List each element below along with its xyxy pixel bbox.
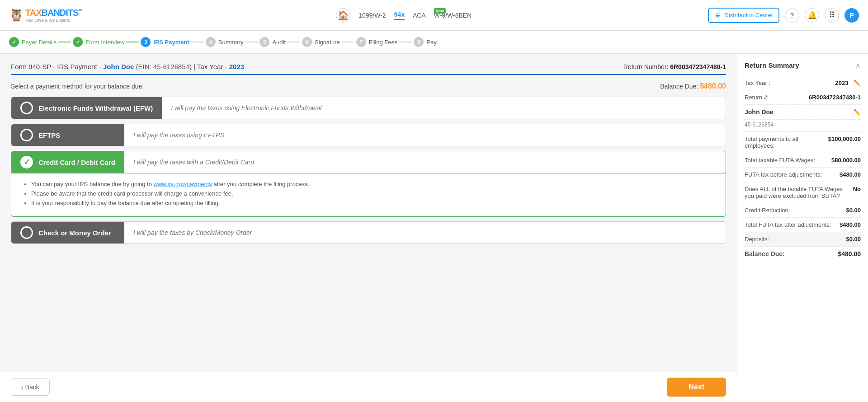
sidebar-credit-reduction-label: Credit Reduction: bbox=[745, 207, 846, 214]
grid-menu-button[interactable]: ⠿ bbox=[825, 8, 839, 23]
sidebar-tax-year-label: Tax Year : bbox=[745, 79, 835, 86]
help-button[interactable]: ? bbox=[785, 8, 799, 23]
check-icon: ✓ bbox=[24, 157, 30, 167]
eftps-label: EFTPS bbox=[38, 131, 60, 139]
credit-card-note-1: You can pay your IRS balance due by goin… bbox=[31, 181, 715, 187]
payment-option-efw-right: I will pay the taxes using Electronic Fu… bbox=[162, 97, 726, 119]
tax-year-label-text: Tax Year - bbox=[197, 63, 227, 70]
edit-taxpayer-icon[interactable]: ✏️ bbox=[854, 109, 861, 116]
logo: 🦉 TAXBANDITS™ Your 1099 & W2 Experts bbox=[9, 8, 99, 23]
sidebar-total-payments-label: Total payments to all employees: bbox=[745, 136, 828, 149]
sidebar-collapse-button[interactable]: ∧ bbox=[855, 61, 861, 70]
step-filing-fees-label: Filing Fees bbox=[369, 39, 398, 46]
sidebar-deposits-value: $0.00 bbox=[846, 236, 861, 243]
step-filing-fees[interactable]: 7 Filing Fees bbox=[356, 37, 398, 47]
efw-description: I will pay the taxes using Electronic Fu… bbox=[171, 104, 321, 112]
taxpayer-name: John Doe bbox=[103, 63, 134, 70]
step-summary-label: Summary bbox=[218, 39, 244, 46]
distribution-center-button[interactable]: 🖨 Distribution Center bbox=[708, 8, 779, 23]
connector-4 bbox=[245, 42, 258, 42]
sidebar-excluded-suta-label: Does ALL of the taxable FUTA Wages you p… bbox=[745, 186, 853, 199]
form-title-left: Form 940-SP - IRS Payment - John Doe (EI… bbox=[11, 63, 244, 70]
step-form-interview-num: ✓ bbox=[73, 37, 83, 47]
content-wrapper: Form 940-SP - IRS Payment - John Doe (EI… bbox=[0, 54, 737, 402]
steps-bar: ✓ Payer Details ✓ Form Interview 3 IRS P… bbox=[0, 31, 868, 54]
nav-w9[interactable]: New W-9/W-8BEN bbox=[434, 12, 472, 19]
sidebar-taxpayer-name: John Doe bbox=[745, 108, 774, 116]
nav-right: 🖨 Distribution Center ? 🔔 ⠿ P bbox=[708, 8, 859, 23]
nav-aca[interactable]: ACA bbox=[413, 12, 426, 19]
step-signature-label: Signature bbox=[315, 39, 340, 46]
sidebar-excluded-suta-value: No bbox=[853, 186, 861, 192]
eftps-description: I will pay the taxes using EFTPS bbox=[133, 131, 224, 139]
step-audit[interactable]: 5 Audit bbox=[259, 37, 286, 47]
step-payer-details[interactable]: ✓ Payer Details bbox=[9, 37, 57, 47]
sidebar-deposits-row: Deposits: $0.00 bbox=[745, 232, 861, 247]
sidebar-futa-before-adj-label: FUTA tax before adjustments: bbox=[745, 171, 840, 178]
edit-tax-year-icon[interactable]: ✏️ bbox=[854, 79, 861, 86]
step-summary[interactable]: 4 Summary bbox=[206, 37, 244, 47]
sidebar-balance-due-value: $480.00 bbox=[838, 250, 861, 257]
sidebar-balance-due-label: Balance Due: bbox=[745, 250, 838, 257]
next-button[interactable]: Next bbox=[667, 378, 726, 397]
step-signature[interactable]: 6 Signature bbox=[302, 37, 340, 47]
radio-credit-card: ✓ bbox=[20, 156, 33, 168]
sidebar-taxable-futa-wages-row: Total taxable FUTA Wages: $80,000.00 bbox=[745, 153, 861, 168]
payment-option-efw-left: Electronic Funds Withdrawal (EFW) bbox=[11, 97, 162, 119]
credit-card-note-2: Please be aware that the credit card pro… bbox=[31, 190, 715, 197]
ein-label: (EIN: 45-6126854) bbox=[136, 63, 191, 70]
step-payer-details-num: ✓ bbox=[9, 37, 19, 47]
new-badge: New bbox=[434, 8, 446, 14]
step-pay[interactable]: 8 Pay bbox=[414, 37, 436, 47]
payment-option-eftps-right: I will pay the taxes using EFTPS bbox=[124, 124, 726, 146]
sidebar-excluded-suta-row: Does ALL of the taxable FUTA Wages you p… bbox=[745, 182, 861, 203]
step-payer-details-label: Payer Details bbox=[22, 39, 57, 46]
nav-1099w2[interactable]: 1099/W-2 bbox=[359, 12, 386, 19]
step-form-interview-label: Form Interview bbox=[85, 39, 124, 46]
sidebar-total-futa-after-row: Total FUTA tax after adjustments: $480.0… bbox=[745, 218, 861, 232]
user-avatar[interactable]: P bbox=[844, 8, 859, 23]
sidebar-futa-before-adj-value: $480.00 bbox=[840, 171, 861, 178]
payment-option-efw[interactable]: Electronic Funds Withdrawal (EFW) I will… bbox=[11, 97, 726, 119]
balance-row: Select a payment method for your balance… bbox=[11, 82, 726, 90]
step-irs-payment-num: 3 bbox=[141, 37, 151, 47]
printer-icon: 🖨 bbox=[714, 11, 722, 19]
check-description: I will pay the taxes by Check/Money Orde… bbox=[133, 229, 252, 236]
logo-tm: ™ bbox=[78, 9, 82, 13]
check-label: Check or Money Order bbox=[38, 229, 111, 237]
step-irs-payment[interactable]: 3 IRS Payment bbox=[141, 37, 189, 47]
nav-94x[interactable]: 94x bbox=[394, 11, 405, 20]
notifications-button[interactable]: 🔔 bbox=[805, 8, 819, 23]
back-button[interactable]: ‹ Back bbox=[11, 379, 50, 396]
payment-option-credit-card-left: ✓ Credit Card / Debit Card bbox=[11, 151, 124, 173]
payment-option-credit-card[interactable]: ✓ Credit Card / Debit Card I will pay th… bbox=[11, 151, 726, 174]
connector-5 bbox=[288, 42, 300, 42]
sidebar-title: Return Summary bbox=[745, 61, 799, 69]
sidebar-return-num-row: Return #: 6R003472347480-1 bbox=[745, 90, 861, 105]
payment-option-eftps-left: EFTPS bbox=[11, 124, 124, 146]
connector-3 bbox=[191, 42, 204, 42]
home-icon[interactable]: 🏠 bbox=[336, 8, 350, 23]
return-summary-sidebar: Return Summary ∧ Tax Year : 2023 ✏️ Retu… bbox=[737, 54, 868, 402]
step-signature-num: 6 bbox=[302, 37, 312, 47]
main-layout: Form 940-SP - IRS Payment - John Doe (EI… bbox=[0, 54, 868, 402]
payment-option-eftps[interactable]: EFTPS I will pay the taxes using EFTPS bbox=[11, 124, 726, 146]
sidebar-return-num-value: 6R003472347480-1 bbox=[809, 94, 861, 101]
payment-option-credit-card-right: I will pay the taxes with a Credit/Debit… bbox=[124, 151, 726, 173]
sidebar-futa-before-adj-row: FUTA tax before adjustments: $480.00 bbox=[745, 168, 861, 182]
step-summary-num: 4 bbox=[206, 37, 216, 47]
payment-option-check[interactable]: Check or Money Order I will pay the taxe… bbox=[11, 221, 726, 244]
logo-bandits: BANDITS bbox=[42, 8, 79, 18]
irs-payments-link[interactable]: www.irs.gov/payments bbox=[154, 181, 212, 187]
connector-1 bbox=[58, 42, 71, 42]
tax-year-value: 2023 bbox=[229, 63, 244, 70]
step-form-interview[interactable]: ✓ Form Interview bbox=[73, 37, 124, 47]
sidebar-credit-reduction-row: Credit Reduction: $0.00 bbox=[745, 203, 861, 218]
step-pay-num: 8 bbox=[414, 37, 424, 47]
step-pay-label: Pay bbox=[426, 39, 436, 46]
payment-option-check-right: I will pay the taxes by Check/Money Orde… bbox=[124, 222, 726, 243]
payment-option-check-left: Check or Money Order bbox=[11, 222, 124, 243]
sidebar-total-futa-after-label: Total FUTA tax after adjustments: bbox=[745, 221, 840, 228]
logo-tax: TAX bbox=[25, 8, 42, 18]
form-title-right: Return Number: 6R003472347480-1 bbox=[623, 63, 726, 70]
